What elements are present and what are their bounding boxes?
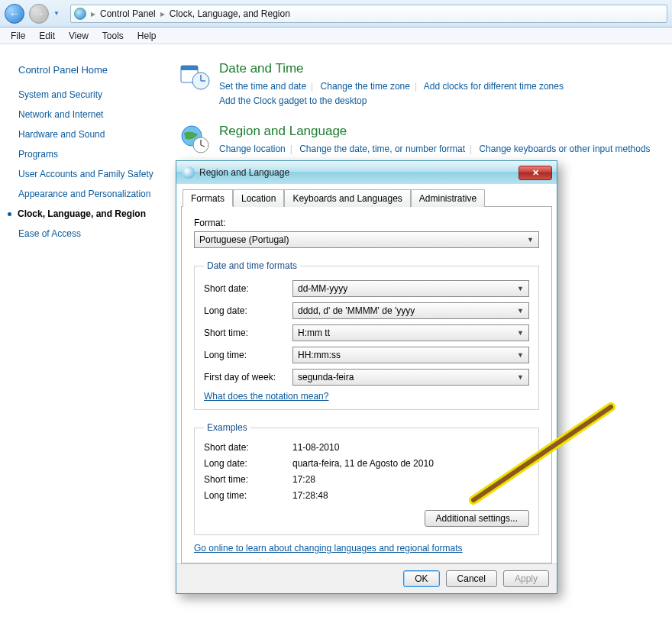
tab-administrative[interactable]: Administrative xyxy=(411,189,485,207)
address-bar[interactable]: ▸ Control Panel ▸ Clock, Language, and R… xyxy=(70,5,667,23)
long-date-label: Long date: xyxy=(204,305,292,316)
svg-rect-1 xyxy=(181,66,198,70)
chevron-down-icon: ▼ xyxy=(517,329,524,337)
short-time-label: Short time: xyxy=(204,328,292,338)
sidebar-item-network-internet[interactable]: Network and Internet xyxy=(18,109,158,121)
short-date-label: Short date: xyxy=(204,283,292,294)
date-time-links: Set the time and date| Change the time z… xyxy=(219,79,564,108)
menu-help[interactable]: Help xyxy=(137,31,157,41)
short-time-combobox[interactable]: H:mm tt▼ xyxy=(292,324,529,341)
region-language-links: Change location| Change the date, time, … xyxy=(219,142,651,157)
change-time-zone-link[interactable]: Change the time zone xyxy=(321,81,410,92)
tab-formats[interactable]: Formats xyxy=(183,189,233,207)
menu-view[interactable]: View xyxy=(69,31,89,41)
sidebar-item-hardware-sound[interactable]: Hardware and Sound xyxy=(18,129,158,140)
date-time-formats-group: Date and time formats Short date:dd-MM-y… xyxy=(194,260,539,410)
ex-long-time-value: 17:28:48 xyxy=(292,490,529,501)
dialog-tabs: Formats Location Keyboards and Languages… xyxy=(181,189,552,207)
first-day-label: First day of week: xyxy=(204,372,292,383)
breadcrumb-root[interactable]: Control Panel xyxy=(100,8,156,19)
chevron-down-icon: ▼ xyxy=(517,285,524,292)
change-location-link[interactable]: Change location xyxy=(219,144,286,154)
region-language-section: Region and Language Change location| Cha… xyxy=(179,124,657,157)
control-panel-icon xyxy=(74,8,86,20)
region-language-dialog: Region and Language ✕ Formats Location K… xyxy=(176,160,557,594)
sidebar: Control Panel Home System and Security N… xyxy=(0,44,164,623)
date-time-section: Date and Time Set the time and date| Cha… xyxy=(179,61,657,108)
breadcrumb-separator: ▸ xyxy=(160,8,165,19)
ex-short-date-value: 11-08-2010 xyxy=(292,442,529,453)
ex-short-time-label: Short time: xyxy=(204,474,292,485)
active-bullet-icon xyxy=(8,212,11,216)
ex-long-date-value: quarta-feira, 11 de Agosto de 2010 xyxy=(292,458,529,469)
sidebar-item-appearance[interactable]: Appearance and Personalization xyxy=(18,189,158,200)
globe-clock-icon xyxy=(179,124,210,154)
chevron-down-icon: ▼ xyxy=(517,307,524,315)
long-date-combobox[interactable]: dddd, d' de 'MMMM' de 'yyyy▼ xyxy=(292,302,529,319)
sidebar-item-clock-language-region[interactable]: Clock, Language, and Region xyxy=(18,208,158,220)
nav-history-dropdown[interactable]: ▼ xyxy=(53,10,63,17)
breadcrumb-current[interactable]: Clock, Language, and Region xyxy=(170,8,290,19)
ex-short-time-value: 17:28 xyxy=(292,474,529,485)
navigation-bar: ← → ▼ ▸ Control Panel ▸ Clock, Language,… xyxy=(0,0,672,27)
close-button[interactable]: ✕ xyxy=(519,166,552,180)
first-day-combobox[interactable]: segunda-feira▼ xyxy=(292,369,529,386)
long-time-combobox[interactable]: HH:mm:ss▼ xyxy=(292,347,529,363)
chevron-down-icon: ▼ xyxy=(517,373,524,381)
long-time-label: Long time: xyxy=(204,350,292,360)
sidebar-item-programs[interactable]: Programs xyxy=(18,149,158,160)
apply-button[interactable]: Apply xyxy=(503,570,549,587)
examples-group: Examples Short date:11-08-2010 Long date… xyxy=(194,422,539,535)
format-label: Format: xyxy=(194,218,539,228)
online-help-link[interactable]: Go online to learn about changing langua… xyxy=(194,543,463,554)
region-language-heading[interactable]: Region and Language xyxy=(219,124,651,139)
ok-button[interactable]: OK xyxy=(403,570,439,587)
menu-file[interactable]: File xyxy=(11,31,25,41)
tab-location[interactable]: Location xyxy=(233,189,284,207)
change-date-format-link[interactable]: Change the date, time, or number format xyxy=(299,144,465,154)
short-date-combobox[interactable]: dd-MM-yyyy▼ xyxy=(292,280,529,297)
sidebar-item-system-security[interactable]: System and Security xyxy=(18,89,158,101)
format-combobox[interactable]: Portuguese (Portugal) ▼ xyxy=(194,231,539,248)
additional-settings-button[interactable]: Additional settings... xyxy=(425,510,529,527)
chevron-down-icon: ▼ xyxy=(527,236,534,244)
sidebar-item-user-accounts[interactable]: User Accounts and Family Safety xyxy=(18,169,158,180)
menu-tools[interactable]: Tools xyxy=(102,31,124,41)
forward-button[interactable]: → xyxy=(29,4,49,24)
chevron-down-icon: ▼ xyxy=(517,351,524,359)
change-keyboards-link[interactable]: Change keyboards or other input methods xyxy=(479,144,650,154)
examples-legend: Examples xyxy=(204,422,250,433)
set-time-date-link[interactable]: Set the time and date xyxy=(219,81,306,92)
add-clock-gadget-link[interactable]: Add the Clock gadget to the desktop xyxy=(219,95,367,106)
ex-long-time-label: Long time: xyxy=(204,490,292,501)
notation-help-link[interactable]: What does the notation mean? xyxy=(204,391,328,402)
back-button[interactable]: ← xyxy=(5,4,24,24)
control-panel-home-link[interactable]: Control Panel Home xyxy=(18,64,158,76)
ex-long-date-label: Long date: xyxy=(204,458,292,469)
ex-short-date-label: Short date: xyxy=(204,442,292,453)
dialog-titlebar[interactable]: Region and Language ✕ xyxy=(176,161,557,184)
add-clocks-link[interactable]: Add clocks for different time zones xyxy=(424,81,564,92)
dialog-title: Region and Language xyxy=(199,167,519,178)
sidebar-item-ease-of-access[interactable]: Ease of Access xyxy=(18,228,158,240)
menu-edit[interactable]: Edit xyxy=(39,31,55,41)
cancel-button[interactable]: Cancel xyxy=(446,570,497,587)
dialog-footer: OK Cancel Apply xyxy=(176,563,557,593)
menu-bar: File Edit View Tools Help xyxy=(0,27,672,44)
tab-keyboards-languages[interactable]: Keyboards and Languages xyxy=(284,189,410,207)
clock-calendar-icon xyxy=(179,61,210,92)
dialog-icon xyxy=(183,166,195,179)
date-time-heading[interactable]: Date and Time xyxy=(219,61,564,76)
date-time-formats-legend: Date and time formats xyxy=(204,260,300,271)
format-value: Portuguese (Portugal) xyxy=(199,234,289,245)
formats-panel: Format: Portuguese (Portugal) ▼ Date and… xyxy=(181,207,552,563)
breadcrumb-separator: ▸ xyxy=(91,8,95,19)
